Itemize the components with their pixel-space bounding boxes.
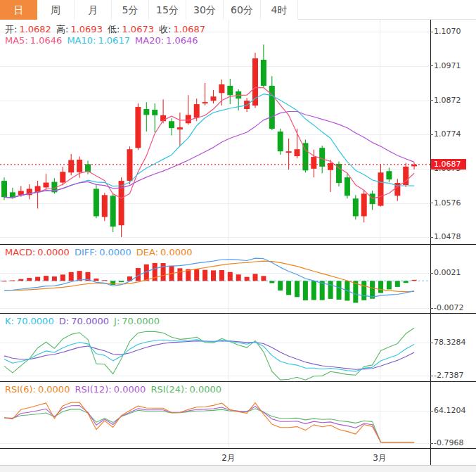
d-label: D: [59,316,69,326]
ma-row: MA5:1.0646 MA10:1.0617 MA20:1.0646 [5,35,200,46]
candle [269,76,275,130]
candle [51,178,57,193]
candle [152,103,157,132]
candle [27,184,32,199]
ma10-value: 1.0617 [98,35,130,46]
axis-label: 1.0872 [434,96,461,105]
high-label: 高: [56,24,68,34]
candle [278,129,283,155]
ma5-label: MA5: [5,35,28,46]
ma20-value: 1.0646 [166,35,198,46]
axis-label: -0.7968 [434,438,463,447]
close-value: 1.0687 [173,24,205,34]
macd-label: MACD: [5,247,35,257]
candle [336,161,342,186]
kdj-header: K:70.0000 D:70.0000 J:70.0000 [5,316,162,326]
candle [102,193,108,221]
axis-label: -0.0072 [434,303,463,312]
k-label: K: [5,316,14,326]
axis-label: 1.1070 [434,27,461,36]
ma20-label: MA20: [135,35,164,46]
candle [302,139,308,172]
candle [394,179,400,201]
candle [361,190,367,222]
axis-label: -2.7387 [434,371,463,380]
d-value: 70.0000 [71,316,109,326]
ma5-value: 1.0646 [30,35,63,46]
low-value: 1.0673 [122,24,154,34]
candle [119,177,124,237]
candle [370,191,375,210]
rsi12-label: RSI(12): [75,384,112,395]
candle [353,195,359,219]
candle [378,164,384,206]
open-value: 1.0682 [19,24,51,34]
candle [227,79,233,104]
dea-value: 0.0000 [160,247,193,257]
month-label: 2月 [221,452,236,464]
diff-value: 0.0000 [99,247,131,257]
close-label: 收: [159,24,171,34]
candle [311,150,316,177]
low-label: 低: [108,24,120,34]
high-value: 1.0693 [70,24,103,34]
axis-label: 1.0576 [434,198,461,208]
kline-chart-app: 日周月5分15分30分60分4时 开:1.0682 高:1.0693 低:1.0… [0,0,476,472]
candle [403,162,409,187]
axis-label: 1.0971 [434,61,461,70]
axis-label: 1.0478 [434,232,461,241]
candle [202,83,208,106]
candle [286,139,292,170]
candle [35,181,41,208]
ma10-label: MA10: [67,35,96,46]
chart-canvas[interactable] [0,0,476,472]
candle [127,146,133,184]
candle [110,194,116,232]
candle [261,44,266,88]
candle [94,185,99,219]
j-value: 70.0000 [122,316,160,326]
ohlc-row: 开:1.0682 高:1.0693 低:1.0673 收:1.0687 [5,23,207,36]
rsi12-value: 0.0000 [114,384,146,395]
candle [345,173,350,198]
rsi24-label: RSI(24): [150,384,187,395]
candle [44,174,49,189]
candle [1,177,7,200]
rsi-header: RSI(6):0.0000 RSI(12):0.0000 RSI(24):0.0… [5,384,224,395]
candle [411,162,417,170]
candle [211,90,217,103]
candle [219,79,224,106]
bottom-scroll-strip[interactable] [0,465,476,472]
open-label: 开: [5,24,17,34]
current-price-badge: 1.0687 [431,159,466,170]
month-label: 3月 [373,452,387,464]
candle [386,167,392,182]
macd-header: MACD:0.0000 DIFF:0.0000 DEA:0.0000 [5,247,195,257]
candle [135,103,141,150]
k-value: 70.0000 [16,316,54,326]
diff-label: DIFF: [75,247,97,257]
candle [143,102,149,132]
j-label: J: [114,316,120,326]
dea-label: DEA: [136,247,158,257]
candle [169,118,174,135]
candle [177,113,183,146]
axis-label: 78.3284 [434,338,466,347]
rsi6-value: 0.0000 [38,384,70,395]
rsi6-label: RSI(6): [5,384,36,395]
axis-label: 1.0774 [434,129,461,139]
axis-label: 64.1204 [434,406,466,415]
axis-label: 0.0021 [434,268,461,277]
macd-value: 0.0000 [37,247,70,257]
rsi24-value: 0.0000 [190,384,222,395]
